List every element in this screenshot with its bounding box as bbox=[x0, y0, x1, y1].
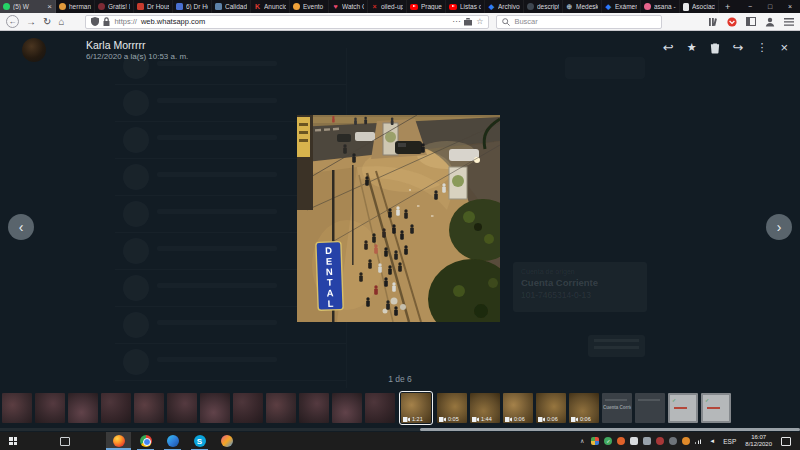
pocket-icon[interactable] bbox=[727, 17, 737, 27]
maximize-button[interactable]: □ bbox=[760, 0, 780, 13]
reload-button[interactable]: ↻ bbox=[43, 17, 51, 27]
browser-tab[interactable]: ◆Exámene bbox=[602, 0, 641, 13]
reply-icon[interactable]: ↩ bbox=[663, 41, 674, 54]
chrome-icon bbox=[140, 435, 152, 447]
antivirus-check-icon[interactable]: ✓ bbox=[604, 437, 612, 445]
language-indicator[interactable]: ESP bbox=[721, 438, 738, 445]
filmstrip-scrollbar[interactable] bbox=[0, 428, 800, 431]
filmstrip-video-thumbnail[interactable]: 1:44 bbox=[470, 393, 500, 423]
filmstrip-document-thumbnail[interactable]: ✓ bbox=[701, 393, 731, 423]
color-grid-icon[interactable] bbox=[591, 437, 599, 445]
scrollbar-thumb[interactable] bbox=[420, 428, 800, 431]
filmstrip-photo-thumbnail[interactable] bbox=[167, 393, 197, 423]
filmstrip-document-thumbnail[interactable]: Cuenta Corriente bbox=[602, 393, 632, 423]
filmstrip-photo-thumbnail[interactable] bbox=[299, 393, 329, 423]
browser-tab[interactable]: Prague F bbox=[407, 0, 446, 13]
skype-taskbar-button[interactable]: S bbox=[187, 432, 212, 450]
browser-tab[interactable]: Dr Hous bbox=[134, 0, 173, 13]
globe-favicon-icon: ⊕ bbox=[566, 3, 573, 10]
filmstrip-photo-thumbnail[interactable] bbox=[35, 393, 65, 423]
ghost-doc-title: Cuenta Corriente bbox=[521, 277, 639, 288]
gear-icon[interactable] bbox=[669, 437, 677, 445]
browser-tab[interactable]: Listas de bbox=[446, 0, 485, 13]
dental-sign: DENTAL bbox=[316, 242, 343, 311]
filmstrip-photo-thumbnail[interactable] bbox=[2, 393, 32, 423]
taskbar-clock[interactable]: 16:07 8/12/2020 bbox=[743, 434, 774, 448]
filmstrip-video-thumbnail[interactable]: 0:06 bbox=[569, 393, 599, 423]
browser-tab[interactable]: 6) Dr Hou bbox=[173, 0, 212, 13]
browser-tab[interactable]: ×oiled-up bbox=[368, 0, 407, 13]
menu-icon[interactable] bbox=[784, 18, 794, 26]
browser-tab[interactable]: (5) W× bbox=[0, 0, 56, 13]
filmstrip-video-thumbnail[interactable]: 0:06 bbox=[503, 393, 533, 423]
browser-tab[interactable]: KAnuncio bbox=[251, 0, 290, 13]
firefox-taskbar-button[interactable] bbox=[106, 432, 131, 450]
whatsapp-favicon-icon bbox=[3, 3, 10, 10]
page-actions-icon[interactable]: ⋯ bbox=[452, 18, 460, 26]
bookmark-star-icon[interactable]: ☆ bbox=[476, 18, 483, 26]
avatar[interactable] bbox=[22, 38, 46, 62]
library-icon[interactable] bbox=[708, 17, 718, 27]
volume-icon[interactable]: ◄ bbox=[708, 437, 716, 445]
delete-icon[interactable] bbox=[710, 42, 720, 54]
save-page-icon[interactable] bbox=[464, 18, 472, 26]
filmstrip-photo-thumbnail[interactable] bbox=[68, 393, 98, 423]
flame-icon[interactable] bbox=[682, 437, 690, 445]
minimize-button[interactable]: − bbox=[740, 0, 760, 13]
forward-button[interactable]: → bbox=[26, 17, 36, 27]
edge-taskbar-button[interactable] bbox=[160, 432, 185, 450]
alert-icon[interactable] bbox=[617, 437, 625, 445]
filmstrip-photo-thumbnail[interactable] bbox=[134, 393, 164, 423]
update-icon[interactable] bbox=[656, 437, 664, 445]
tab-strip: (5) W×hermanasGratis! DDr Hous6) Dr HouC… bbox=[0, 0, 719, 13]
browser-tab[interactable]: Calidad T bbox=[212, 0, 251, 13]
sidebar-icon[interactable] bbox=[746, 17, 756, 26]
filmstrip-video-thumbnail[interactable]: 0:05 bbox=[437, 393, 467, 423]
circle-favicon-icon bbox=[59, 3, 66, 10]
browser-tab[interactable]: Asociació bbox=[680, 0, 719, 13]
star-icon[interactable]: ★ bbox=[687, 42, 697, 53]
filmstrip-photo-thumbnail[interactable] bbox=[332, 393, 362, 423]
filmstrip-photo-thumbnail[interactable] bbox=[266, 393, 296, 423]
chrome-taskbar-button[interactable] bbox=[133, 432, 158, 450]
previous-media-button[interactable]: ‹ bbox=[8, 214, 34, 240]
filmstrip-video-thumbnail[interactable]: 1:21 bbox=[401, 393, 431, 423]
hidden-icons-chevron[interactable]: ∧ bbox=[578, 437, 586, 445]
start-button[interactable] bbox=[0, 432, 26, 450]
account-icon[interactable] bbox=[765, 17, 775, 27]
menu-icon[interactable]: ⋮ bbox=[756, 42, 767, 53]
browser-tab[interactable]: ♥Watch C bbox=[329, 0, 368, 13]
new-tab-button[interactable]: + bbox=[719, 0, 736, 13]
filmstrip-document-thumbnail[interactable]: ✓ bbox=[668, 393, 698, 423]
window-close-button[interactable]: × bbox=[780, 0, 800, 13]
action-center-icon[interactable] bbox=[781, 437, 791, 446]
close-icon[interactable]: × bbox=[780, 41, 788, 54]
tab-title: hermanas bbox=[69, 3, 91, 10]
forward-icon[interactable]: ↪ bbox=[733, 41, 744, 54]
filmstrip-document-thumbnail[interactable] bbox=[635, 393, 665, 423]
filmstrip-video-thumbnail[interactable]: 0:06 bbox=[536, 393, 566, 423]
home-button[interactable]: ⌂ bbox=[58, 17, 64, 27]
browser-tab[interactable]: asana - B bbox=[641, 0, 680, 13]
browser-tab[interactable]: hermanas bbox=[56, 0, 95, 13]
filmstrip-photo-thumbnail[interactable] bbox=[200, 393, 230, 423]
tab-close-icon[interactable]: × bbox=[47, 3, 52, 11]
message-timestamp: 6/12/2020 a la(s) 10:53 a. m. bbox=[86, 52, 188, 61]
filmstrip-photo-thumbnail[interactable] bbox=[365, 393, 395, 423]
browser-tab[interactable]: Gratis! D bbox=[95, 0, 134, 13]
clipboard-icon[interactable] bbox=[630, 437, 638, 445]
browser-tab[interactable]: ◆Archivos bbox=[485, 0, 524, 13]
next-media-button[interactable]: › bbox=[766, 214, 792, 240]
url-bar[interactable]: https://web.whatsapp.com ⋯ ☆ bbox=[85, 15, 489, 29]
browser-tab[interactable]: descripti bbox=[524, 0, 563, 13]
network-icon[interactable] bbox=[695, 438, 703, 444]
browser-tab[interactable]: ⊕Medesk bbox=[563, 0, 602, 13]
back-button[interactable]: ← bbox=[6, 15, 19, 28]
filmstrip-photo-thumbnail[interactable] bbox=[233, 393, 263, 423]
folder-sync-icon[interactable] bbox=[643, 437, 651, 445]
browser-tab[interactable]: Evento - bbox=[290, 0, 329, 13]
filmstrip-photo-thumbnail[interactable] bbox=[101, 393, 131, 423]
creative-taskbar-button[interactable] bbox=[214, 432, 239, 450]
task-view-button[interactable] bbox=[60, 437, 70, 446]
search-bar[interactable]: Buscar bbox=[496, 15, 662, 29]
